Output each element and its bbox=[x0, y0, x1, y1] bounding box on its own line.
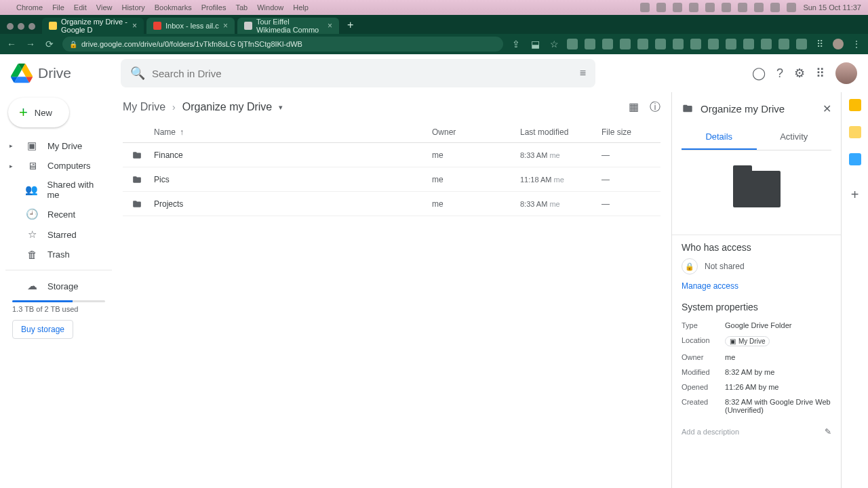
menubar-icon[interactable] bbox=[656, 3, 666, 12]
new-tab-button[interactable]: + bbox=[342, 19, 359, 34]
column-size[interactable]: File size bbox=[601, 127, 655, 137]
description-placeholder[interactable]: Add a description bbox=[682, 428, 739, 436]
menubar-icon[interactable] bbox=[689, 3, 698, 12]
extension-icon[interactable] bbox=[620, 39, 631, 49]
nav-label: Computers bbox=[47, 161, 91, 171]
browser-tab[interactable]: Inbox - less ail.c× bbox=[146, 18, 235, 34]
new-button[interactable]: + New bbox=[8, 98, 69, 127]
extension-icon[interactable] bbox=[778, 39, 789, 49]
address-bar[interactable]: 🔒 drive.google.com/drive/u/0/folders/1vT… bbox=[62, 37, 503, 52]
extension-icon[interactable] bbox=[708, 39, 719, 49]
extension-icon[interactable] bbox=[637, 39, 648, 49]
extension-icon[interactable] bbox=[585, 39, 595, 49]
table-row[interactable]: Finance me 8:33 AM me — bbox=[123, 143, 660, 167]
extension-icon[interactable] bbox=[796, 39, 807, 49]
reload-button[interactable]: ⟳ bbox=[43, 39, 56, 49]
sidebar-item-shared[interactable]: 👥Shared with me bbox=[5, 176, 112, 204]
table-row[interactable]: Projects me 8:33 AM me — bbox=[123, 192, 660, 216]
apps-grid-icon[interactable]: ⠿ bbox=[816, 66, 825, 81]
browser-tab[interactable]: Tour Eiffel Wikimedia Commo× bbox=[237, 18, 339, 34]
menubar-icon[interactable] bbox=[673, 3, 682, 12]
extension-icon[interactable] bbox=[567, 39, 578, 49]
account-avatar[interactable] bbox=[835, 62, 857, 84]
support-icon[interactable]: ? bbox=[776, 66, 783, 81]
breadcrumb-item[interactable]: Organize my Drive bbox=[182, 101, 272, 113]
table-row[interactable]: Pics me 11:18 AM me — bbox=[123, 167, 660, 192]
search-options-icon[interactable]: ≡ bbox=[580, 67, 586, 79]
menu-edit[interactable]: Edit bbox=[74, 3, 87, 12]
clock-icon: 🕘 bbox=[26, 208, 38, 220]
keep-icon[interactable] bbox=[849, 126, 861, 138]
edit-description-icon[interactable]: ✎ bbox=[825, 427, 831, 436]
menu-profiles[interactable]: Profiles bbox=[201, 3, 226, 12]
menubar-icon[interactable] bbox=[705, 3, 715, 12]
sidebar-item-recent[interactable]: 🕘Recent bbox=[5, 204, 112, 224]
drive-logo-icon bbox=[11, 62, 33, 84]
back-button[interactable]: ← bbox=[5, 39, 18, 49]
location-chip[interactable]: ▣ My Drive bbox=[725, 336, 770, 346]
extension-icon[interactable] bbox=[743, 39, 754, 49]
column-name[interactable]: Name↑ bbox=[154, 127, 432, 137]
column-modified[interactable]: Last modified bbox=[520, 127, 601, 137]
tab-close-icon[interactable]: × bbox=[132, 21, 137, 30]
search-input[interactable] bbox=[152, 68, 573, 79]
window-controls[interactable] bbox=[7, 23, 35, 30]
buy-storage-button[interactable]: Buy storage bbox=[12, 320, 73, 339]
extension-icon[interactable] bbox=[761, 39, 772, 49]
tab-close-icon[interactable]: × bbox=[223, 21, 228, 30]
computers-icon: 🖥 bbox=[26, 160, 38, 171]
prop-type: TypeGoogle Drive Folder bbox=[682, 318, 831, 333]
menubar-icon[interactable] bbox=[640, 3, 650, 12]
menu-tab[interactable]: Tab bbox=[235, 3, 248, 12]
breadcrumb-item[interactable]: My Drive bbox=[123, 101, 165, 113]
menubar-icon[interactable] bbox=[770, 3, 780, 12]
tasks-icon[interactable] bbox=[849, 153, 861, 165]
menu-help[interactable]: Help bbox=[293, 3, 309, 12]
profile-avatar[interactable] bbox=[833, 39, 844, 49]
settings-gear-icon[interactable]: ⚙ bbox=[794, 66, 805, 81]
extension-icon[interactable] bbox=[655, 39, 666, 49]
extension-icon[interactable] bbox=[690, 39, 701, 49]
tab-details[interactable]: Details bbox=[682, 125, 757, 150]
extensions-menu-icon[interactable]: ⠿ bbox=[814, 39, 826, 49]
menubar-icon[interactable] bbox=[787, 3, 796, 12]
menu-window[interactable]: Window bbox=[257, 3, 283, 12]
add-addon-button[interactable]: + bbox=[851, 187, 859, 203]
ready-offline-icon[interactable]: ◯ bbox=[752, 66, 766, 81]
extension-icon[interactable] bbox=[602, 39, 613, 49]
search-bar[interactable]: 🔍 ≡ bbox=[121, 59, 595, 87]
menu-view[interactable]: View bbox=[96, 3, 113, 12]
app-name[interactable]: Chrome bbox=[16, 3, 43, 12]
install-icon[interactable]: ⬓ bbox=[529, 39, 541, 49]
menubar-icon[interactable] bbox=[738, 3, 747, 12]
sidebar-item-computers[interactable]: ▸🖥Computers bbox=[5, 156, 112, 176]
sidebar-item-trash[interactable]: 🗑Trash bbox=[5, 245, 112, 264]
forward-button[interactable]: → bbox=[24, 39, 37, 49]
drive-logo[interactable]: Drive bbox=[11, 62, 113, 84]
extension-icon[interactable] bbox=[673, 39, 684, 49]
sidebar-item-my-drive[interactable]: ▸▣My Drive bbox=[5, 136, 112, 156]
bookmark-star-icon[interactable]: ☆ bbox=[548, 39, 560, 49]
close-panel-button[interactable]: ✕ bbox=[823, 102, 831, 115]
sidebar-item-starred[interactable]: ☆Starred bbox=[5, 224, 112, 245]
menu-bookmarks[interactable]: Bookmarks bbox=[155, 3, 192, 12]
calendar-icon[interactable] bbox=[849, 99, 861, 111]
prop-modified: Modified8:32 AM by me bbox=[682, 365, 831, 380]
menubar-clock[interactable]: Sun 15 Oct 11:37 bbox=[803, 3, 861, 12]
menu-history[interactable]: History bbox=[121, 3, 144, 12]
tab-close-icon[interactable]: × bbox=[328, 21, 332, 30]
share-icon[interactable]: ⇪ bbox=[510, 39, 522, 49]
browser-tab[interactable]: Organize my Drive - Google D× bbox=[42, 18, 144, 34]
manage-access-link[interactable]: Manage access bbox=[682, 281, 831, 291]
tab-activity[interactable]: Activity bbox=[757, 125, 832, 150]
sidebar-item-storage[interactable]: ☁Storage bbox=[5, 276, 112, 296]
column-owner[interactable]: Owner bbox=[432, 127, 520, 137]
menu-file[interactable]: File bbox=[52, 3, 64, 12]
info-icon[interactable]: ⓘ bbox=[650, 100, 660, 115]
extension-icon[interactable] bbox=[726, 39, 736, 49]
menubar-icon[interactable] bbox=[722, 3, 731, 12]
chrome-menu-icon[interactable]: ⋮ bbox=[850, 39, 863, 49]
menubar-icon[interactable] bbox=[754, 3, 764, 12]
grid-view-icon[interactable]: ▦ bbox=[629, 100, 639, 115]
breadcrumb-dropdown-icon[interactable]: ▾ bbox=[279, 103, 283, 112]
